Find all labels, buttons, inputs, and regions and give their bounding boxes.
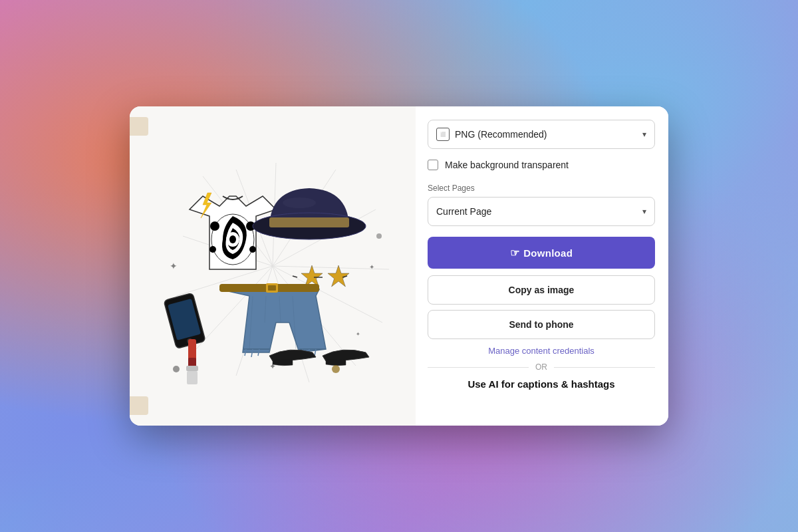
or-text: OR xyxy=(535,362,547,372)
format-label: PNG (Recommended) xyxy=(455,129,547,140)
download-button[interactable]: ☞ Download xyxy=(428,237,655,269)
svg-point-18 xyxy=(209,246,216,253)
tab-indicator-top xyxy=(130,117,148,136)
tab-indicator-bottom xyxy=(130,396,148,415)
format-dropdown-left: ⬜ PNG (Recommended) xyxy=(436,128,547,141)
svg-text:✦: ✦ xyxy=(369,263,374,271)
send-to-phone-label: Send to phone xyxy=(509,319,573,330)
svg-text:✦: ✦ xyxy=(356,331,360,337)
download-label: Download xyxy=(523,247,573,259)
pages-label: Current Page xyxy=(436,206,491,217)
svg-point-23 xyxy=(283,198,316,208)
chevron-down-icon: ▾ xyxy=(642,130,646,139)
svg-marker-24 xyxy=(301,265,323,287)
copy-as-image-button[interactable]: Copy as image xyxy=(428,275,655,305)
controls-panel: ⬜ PNG (Recommended) ▾ Make background tr… xyxy=(416,106,668,426)
svg-point-57 xyxy=(173,366,180,372)
copy-as-image-label: Copy as image xyxy=(509,285,575,295)
checkbox-row: Make background transparent xyxy=(428,160,655,170)
svg-rect-35 xyxy=(268,285,276,291)
png-icon: ⬜ xyxy=(436,128,450,141)
image-panel: ✦ ✦ ✦ ✦ xyxy=(130,106,416,426)
svg-text:✦: ✦ xyxy=(269,362,276,371)
svg-point-15 xyxy=(229,235,236,243)
ai-captions-text: Use AI for captions & hashtags xyxy=(428,378,655,390)
or-line-left xyxy=(428,367,529,368)
svg-point-56 xyxy=(332,365,340,373)
manage-credentials-link[interactable]: Manage content credentials xyxy=(428,346,655,356)
send-to-phone-button[interactable]: Send to phone xyxy=(428,310,655,339)
format-dropdown[interactable]: ⬜ PNG (Recommended) ▾ xyxy=(428,120,655,149)
svg-point-58 xyxy=(376,233,382,239)
pages-chevron-icon: ▾ xyxy=(642,207,646,216)
transparent-checkbox[interactable] xyxy=(428,160,438,170)
svg-rect-49 xyxy=(186,366,198,371)
or-divider: OR xyxy=(428,362,655,372)
pages-dropdown[interactable]: Current Page ▾ xyxy=(428,197,655,226)
cursor-icon: ☞ xyxy=(510,247,519,259)
svg-point-16 xyxy=(210,221,219,231)
svg-rect-50 xyxy=(187,371,198,384)
select-pages-label: Select Pages xyxy=(428,184,655,193)
svg-text:✦: ✦ xyxy=(170,261,178,271)
modal-container: ✦ ✦ ✦ ✦ ⬜ PNG (Recommended) ▾ xyxy=(130,106,668,426)
svg-point-19 xyxy=(249,246,256,253)
transparent-checkbox-label: Make background transparent xyxy=(445,160,569,170)
svg-line-27 xyxy=(293,276,297,277)
or-line-right xyxy=(554,367,655,368)
fashion-illustration: ✦ ✦ ✦ ✦ xyxy=(150,136,396,396)
svg-rect-21 xyxy=(269,217,349,227)
